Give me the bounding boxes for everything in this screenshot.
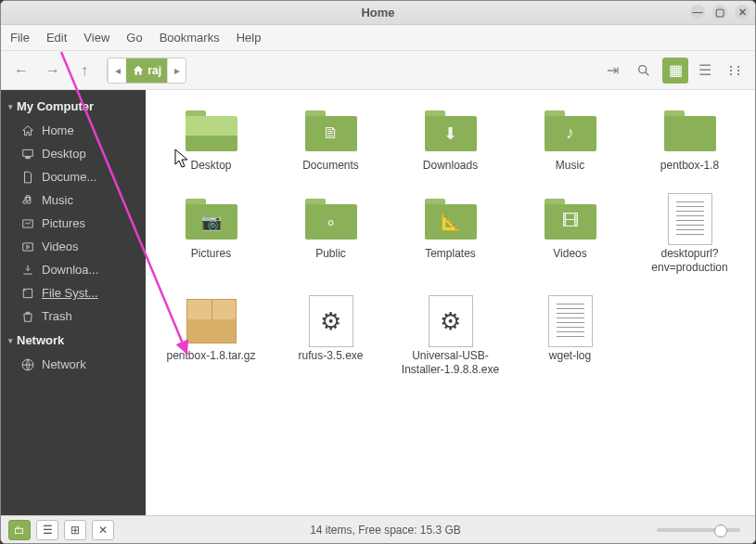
menu-bookmarks[interactable]: Bookmarks: [160, 31, 220, 45]
sidebar-item-label: Desktop: [42, 147, 86, 161]
file-item[interactable]: wget-log: [514, 295, 626, 381]
folder-icon: 🗎: [305, 110, 357, 151]
file-item[interactable]: ♪Music: [514, 105, 626, 176]
file-label: pentbox-1.8: [660, 159, 719, 173]
panel-files-button[interactable]: 🗀: [8, 520, 31, 540]
disk-icon: [21, 287, 34, 300]
svg-point-0: [639, 65, 647, 72]
document-icon: [21, 171, 34, 184]
sidebar-item-label: Docume...: [42, 170, 96, 184]
sidebar-item-label: Videos: [42, 240, 79, 253]
file-item[interactable]: Desktop: [155, 105, 267, 176]
panel-tree-button[interactable]: ⊞: [64, 520, 86, 540]
sidebar-header[interactable]: Network: [1, 328, 146, 353]
panel-places-button[interactable]: ☰: [36, 520, 58, 540]
path-segment-current[interactable]: raj: [126, 58, 167, 83]
folder-icon: ∘: [305, 199, 357, 240]
sidebar-item-home[interactable]: Home: [1, 119, 146, 142]
toggle-location-button[interactable]: ⇥: [599, 58, 625, 84]
folder-icon: 🎞: [545, 199, 596, 240]
menu-help[interactable]: Help: [237, 31, 262, 45]
forward-button[interactable]: →: [40, 58, 66, 84]
desktop-icon: [21, 148, 34, 161]
home-icon: [21, 124, 34, 137]
file-label: desktopurl?env=production: [639, 247, 741, 275]
file-label: Documents: [302, 159, 359, 173]
sidebar-item-desktop[interactable]: Desktop: [1, 142, 146, 165]
close-button[interactable]: ✕: [735, 5, 750, 19]
file-label: Universal-USB-Installer-1.9.8.8.exe: [400, 349, 502, 377]
file-item[interactable]: ∘Public: [275, 193, 387, 278]
folder-icon: ⬇: [425, 110, 477, 151]
file-item[interactable]: desktopurl?env=production: [634, 193, 746, 278]
executable-icon: ⚙: [309, 295, 353, 347]
sidebar-item-trash[interactable]: Trash: [1, 304, 146, 328]
back-button[interactable]: ←: [8, 58, 34, 84]
folder-icon: ♪: [545, 110, 596, 151]
file-item[interactable]: pentbox-1.8: [634, 105, 746, 176]
list-view-button[interactable]: ☰: [692, 58, 718, 84]
svg-line-1: [646, 71, 649, 75]
sidebar-item-label: Downloa...: [42, 263, 98, 277]
sidebar-item-label: File Syst...: [42, 286, 98, 300]
textfile-icon: [668, 193, 712, 245]
file-item[interactable]: ⬇Downloads: [394, 105, 506, 176]
sidebar-item-label: Network: [42, 357, 86, 371]
path-label: raj: [147, 64, 161, 77]
archive-icon: [186, 299, 237, 343]
network-icon: [21, 358, 34, 371]
sidebar-item-music[interactable]: Music: [1, 188, 146, 212]
menu-go[interactable]: Go: [126, 31, 142, 45]
sidebar-item-label: Music: [42, 193, 73, 207]
sidebar-item-network[interactable]: Network: [1, 353, 146, 376]
pictures-icon: [21, 217, 34, 230]
icon-view-button[interactable]: ▦: [662, 58, 688, 84]
folder-icon: 📷: [186, 199, 237, 240]
minimize-button[interactable]: —: [690, 5, 705, 19]
file-label: Videos: [553, 247, 586, 261]
path-back-caret[interactable]: ◂: [108, 58, 126, 83]
textfile-icon: [548, 295, 593, 347]
panel-close-button[interactable]: ✕: [92, 520, 114, 540]
file-label: pentbox-1.8.tar.gz: [166, 349, 255, 363]
maximize-button[interactable]: ▢: [712, 5, 727, 19]
file-item[interactable]: ⚙rufus-3.5.exe: [275, 295, 387, 381]
menu-view[interactable]: View: [83, 31, 109, 45]
folder-icon: [186, 110, 237, 151]
sidebar-item-videos[interactable]: Videos: [1, 235, 146, 258]
sidebar-item-filesyst[interactable]: File Syst...: [1, 281, 146, 304]
search-button[interactable]: [631, 58, 657, 84]
file-label: rufus-3.5.exe: [298, 349, 363, 363]
file-item[interactable]: pentbox-1.8.tar.gz: [155, 295, 267, 381]
file-label: Desktop: [190, 159, 231, 173]
sidebar-item-docume[interactable]: Docume...: [1, 165, 146, 188]
sidebar-header[interactable]: My Computer: [1, 94, 146, 119]
music-icon: [21, 194, 34, 207]
sidebar-item-pictures[interactable]: Pictures: [1, 212, 146, 235]
file-item[interactable]: 📷Pictures: [155, 193, 267, 278]
file-item[interactable]: 🗎Documents: [275, 105, 387, 176]
file-item[interactable]: 📐Templates: [394, 193, 506, 278]
folder-icon: [664, 110, 716, 151]
compact-view-button[interactable]: ⫶⫶: [722, 58, 748, 84]
videos-icon: [21, 240, 34, 253]
bottom-panel: 🗀 ☰ ⊞ ✕ 14 items, Free space: 15.3 GB: [1, 515, 755, 543]
up-button[interactable]: ↑: [71, 58, 97, 84]
status-text: 14 items, Free space: 15.3 GB: [120, 524, 651, 537]
trash-icon: [21, 310, 34, 323]
sidebar-item-label: Trash: [42, 309, 72, 323]
download-icon: [21, 264, 34, 277]
sidebar-item-downloa[interactable]: Downloa...: [1, 258, 146, 281]
path-forward-caret[interactable]: ▸: [167, 58, 186, 83]
toolbar: ← → ↑ ◂ raj ▸ ⇥ ▦ ☰ ⫶⫶: [1, 51, 755, 90]
content-area[interactable]: Desktop🗎Documents⬇Downloads♪Musicpentbox…: [146, 90, 755, 515]
titlebar: Home — ▢ ✕: [1, 1, 755, 25]
zoom-slider[interactable]: [657, 528, 740, 532]
sidebar: My ComputerHomeDesktopDocume...MusicPict…: [1, 90, 146, 515]
menu-edit[interactable]: Edit: [46, 31, 67, 45]
search-icon: [636, 63, 651, 78]
file-item[interactable]: 🎞Videos: [514, 193, 626, 278]
file-item[interactable]: ⚙Universal-USB-Installer-1.9.8.8.exe: [394, 295, 506, 381]
executable-icon: ⚙: [429, 295, 473, 347]
menu-file[interactable]: File: [10, 31, 30, 45]
